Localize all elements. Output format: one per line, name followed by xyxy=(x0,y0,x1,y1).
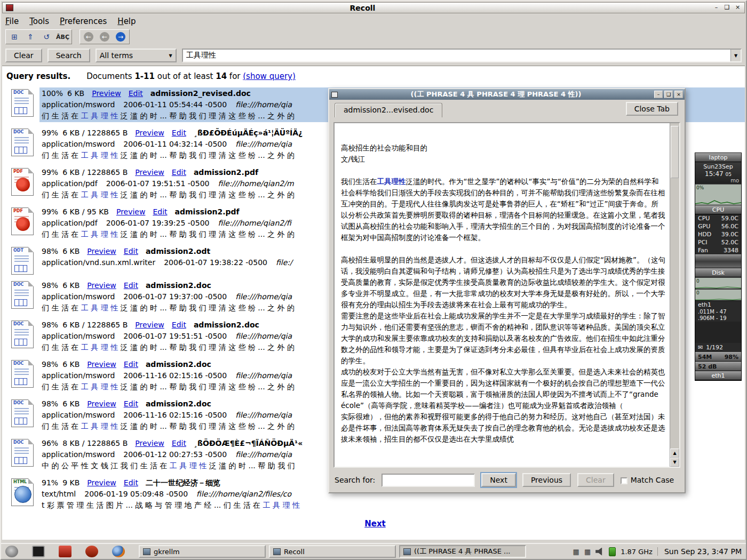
taskbar-task-preview[interactable]: ((工 PHRASE 4 具 PHRASE ... xyxy=(399,545,526,558)
preview-close-button[interactable]: × xyxy=(674,91,683,98)
preview-maximize-button[interactable]: ❑ xyxy=(664,91,673,98)
preview-link[interactable]: Preview xyxy=(135,168,164,177)
media-player-launcher-icon[interactable] xyxy=(59,546,71,557)
edit-link[interactable]: Edit xyxy=(153,207,167,216)
preview-titlebar[interactable]: ((工 PHRASE 4 具 PHRASE 4 理 PHRASE 4 性)) –… xyxy=(329,89,685,100)
term-explorer-icon[interactable]: ↺ xyxy=(40,31,53,43)
keyboard-indicator-icon[interactable]: ▦ xyxy=(573,548,579,555)
search-mode-select[interactable]: All terms ▼ xyxy=(96,49,177,62)
first-page-icon[interactable]: ← xyxy=(82,31,95,43)
preview-link[interactable]: Preview xyxy=(87,281,116,290)
file-type-icon: DOC xyxy=(5,358,39,393)
result-mime: text/html xyxy=(42,490,76,498)
edit-link[interactable]: Edit xyxy=(124,478,138,487)
preview-link[interactable]: Preview xyxy=(87,247,116,255)
edit-link[interactable]: Edit xyxy=(124,247,138,255)
result-relevance: 98% xyxy=(42,247,58,255)
gk-mail-row: ✉ 1/192 xyxy=(695,343,741,352)
search-query-input[interactable] xyxy=(183,50,730,61)
find-previous-button[interactable]: Previous xyxy=(522,473,571,487)
edit-link[interactable]: Edit xyxy=(124,360,138,369)
preview-link[interactable]: Preview xyxy=(135,129,164,137)
query-history-dropdown[interactable]: ▼ xyxy=(730,50,741,61)
result-title: admission2.doc xyxy=(146,399,211,408)
clear-button[interactable]: Clear xyxy=(5,49,42,62)
doc-history-icon[interactable]: ⊞ xyxy=(8,31,21,43)
workspace-switcher-icon[interactable]: ▦ xyxy=(584,548,591,555)
toolbar: ⊞⇑↺ÂBÇ ←←→ xyxy=(5,29,130,45)
taskbar-clock[interactable]: Sun Sep 23, 3:47 PM xyxy=(657,547,742,556)
find-clear-button[interactable]: Clear xyxy=(577,473,614,487)
match-case-checkbox[interactable] xyxy=(621,477,627,484)
file-type-icon: DOC xyxy=(5,127,39,162)
find-input[interactable] xyxy=(382,474,475,487)
preview-link[interactable]: Preview xyxy=(87,360,116,369)
menu-tools[interactable]: Tools xyxy=(28,15,54,27)
gk-spacer xyxy=(695,322,741,343)
menu-preferences[interactable]: Preferences xyxy=(59,15,112,27)
scrollbar-thumb[interactable] xyxy=(671,126,679,178)
task-label: Recoll xyxy=(284,548,305,556)
preview-text[interactable]: 高校招生的社会功能和目的文/钱江 我们生活在工具理性泛滥的时代。作为“世之显学”… xyxy=(335,123,670,467)
search-button[interactable]: Search xyxy=(47,49,90,62)
edit-link[interactable]: Edit xyxy=(124,399,138,408)
query-combobox[interactable]: ▼ xyxy=(182,49,742,62)
edit-link[interactable]: Edit xyxy=(172,129,186,137)
result-title: admission2.doc xyxy=(194,321,259,329)
find-next-button[interactable]: Next xyxy=(481,473,516,487)
results-total: 14 xyxy=(216,71,227,81)
window-titlebar[interactable]: Recoll – ❑ × xyxy=(2,2,745,13)
preview-tab[interactable]: admission2...evised.doc xyxy=(335,103,442,117)
preview-link[interactable]: Preview xyxy=(92,89,121,98)
scroll-up-button[interactable]: ▲ xyxy=(670,449,679,458)
menu-file[interactable]: File xyxy=(4,15,24,27)
result-date: 2006-11-16 02:15:16 -0500 xyxy=(123,371,227,380)
maximize-button[interactable]: ❑ xyxy=(722,4,732,12)
preview-link[interactable]: Preview xyxy=(87,478,116,487)
close-button[interactable]: × xyxy=(733,4,742,12)
next-page-icon[interactable]: → xyxy=(114,31,127,43)
result-url: file:/ xyxy=(276,258,292,267)
preview-link[interactable]: Preview xyxy=(135,321,164,329)
gk-fan-row: Fan3348 xyxy=(695,246,741,254)
edit-link[interactable]: Edit xyxy=(124,281,138,290)
volume-icon[interactable] xyxy=(595,548,604,556)
taskbar-task-gkrellm[interactable]: gkrellm xyxy=(139,545,266,558)
close-tab-button[interactable]: Close Tab xyxy=(626,102,678,116)
show-query-link[interactable]: (show query) xyxy=(243,71,296,81)
minimize-button[interactable]: – xyxy=(712,4,721,12)
terminal-launcher-icon[interactable] xyxy=(32,546,45,557)
gnome-footprint-icon[interactable] xyxy=(5,546,18,557)
spell-expand-icon[interactable]: ÂBÇ xyxy=(56,31,69,43)
preview-minimize-button[interactable]: – xyxy=(654,91,663,98)
sort-parameters-icon[interactable]: ⇑ xyxy=(24,31,37,43)
result-url: file:///home/qia xyxy=(235,411,292,419)
toolbar-group-nav: ←←→ xyxy=(80,29,130,44)
edit-link[interactable]: Edit xyxy=(172,321,186,329)
edit-link[interactable]: Edit xyxy=(172,439,186,447)
result-relevance: 98% xyxy=(42,281,58,290)
preview-link[interactable]: Preview xyxy=(116,207,146,216)
gk-sensor-row: PCI52.0C xyxy=(695,238,741,246)
preview-link[interactable]: Preview xyxy=(135,439,164,447)
package-launcher-icon[interactable] xyxy=(85,546,98,557)
result-title: admission2.pdf xyxy=(175,207,240,216)
firefox-launcher-icon[interactable] xyxy=(112,546,125,557)
result-mime: application/msword xyxy=(42,332,115,340)
preview-window[interactable]: ((工 PHRASE 4 具 PHRASE 4 理 PHRASE 4 性)) –… xyxy=(328,88,686,493)
prev-page-icon[interactable]: ← xyxy=(98,31,111,43)
result-date: 2006-01-07 19:51:51 -0500 xyxy=(106,179,210,188)
result-mime: application/msword xyxy=(42,411,115,419)
power-plug-icon[interactable] xyxy=(609,547,616,556)
taskbar-task-recoll[interactable]: Recoll xyxy=(269,545,396,558)
preview-find-bar: Search for: Next Previous Clear Match Ca… xyxy=(335,472,679,488)
scroll-down-button[interactable]: ▼ xyxy=(670,458,679,467)
preview-link[interactable]: Preview xyxy=(87,399,116,408)
edit-link[interactable]: Edit xyxy=(129,89,143,98)
results-header: Query results.Documents 1-11 out of at l… xyxy=(5,70,745,87)
next-page-link[interactable]: Next xyxy=(364,519,386,529)
menubar: FileToolsPreferencesHelp xyxy=(4,15,146,28)
preview-scrollbar[interactable]: ▲ ▼ xyxy=(670,123,679,467)
menu-help[interactable]: Help xyxy=(116,15,141,27)
edit-link[interactable]: Edit xyxy=(172,168,186,177)
